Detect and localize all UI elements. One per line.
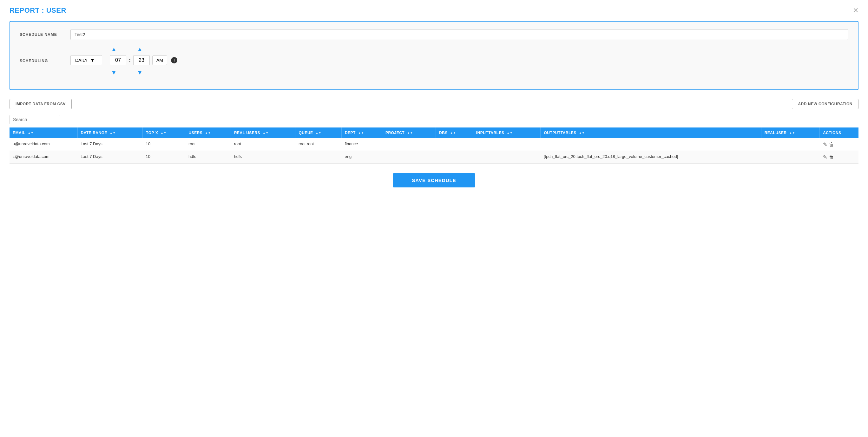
col-inputtables[interactable]: INPUTTABLES ▲▼ [473, 127, 540, 138]
close-button[interactable]: ✕ [853, 7, 859, 14]
table-cell: 10 [143, 138, 185, 151]
ampm-label: AM [156, 58, 163, 63]
table-cell [382, 138, 436, 151]
table-actions-cell: ✎ 🗑 [820, 138, 859, 151]
info-icon[interactable]: i [171, 57, 177, 63]
hour-input[interactable] [110, 55, 126, 65]
table-row: z@unraveldata.comLast 7 Days10hdfshdfsen… [9, 151, 859, 164]
time-colon: : [129, 57, 131, 64]
dropdown-arrow-icon: ▼ [90, 58, 95, 63]
col-top-x[interactable]: TOP X ▲▼ [143, 127, 185, 138]
col-outputtables[interactable]: OUTPUTTABLES ▲▼ [540, 127, 761, 138]
scheduling-row: SCHEDULING ▲ ▲ DAILY ▼ : [20, 46, 848, 76]
frequency-dropdown[interactable]: DAILY ▼ [70, 55, 102, 65]
sort-icon-users: ▲▼ [205, 132, 211, 134]
time-up-arrows: ▲ ▲ [108, 46, 145, 53]
table-cell: 10 [143, 151, 185, 164]
time-down-arrows: ▼ ▼ [108, 69, 145, 76]
minute-input[interactable] [133, 55, 150, 65]
schedule-box: SCHEDULE NAME SCHEDULING ▲ ▲ DAILY ▼ [9, 21, 859, 90]
table-cell [473, 151, 540, 164]
modal-header: REPORT : USER ✕ [9, 6, 859, 14]
table-cell: hdfs [185, 151, 230, 164]
sort-icon-email: ▲▼ [28, 132, 34, 134]
col-real-users[interactable]: REAL USERS ▲▼ [230, 127, 295, 138]
sort-icon-realusers: ▲▼ [263, 132, 269, 134]
table-cell: root [185, 138, 230, 151]
delete-button[interactable]: 🗑 [829, 142, 834, 148]
sort-icon-project: ▲▼ [407, 132, 413, 134]
table-cell [761, 138, 819, 151]
config-table: EMAIL ▲▼ DATE RANGE ▲▼ TOP X ▲▼ USERS ▲▼… [9, 127, 859, 164]
table-header-row: EMAIL ▲▼ DATE RANGE ▲▼ TOP X ▲▼ USERS ▲▼… [9, 127, 859, 138]
scheduling-block: ▲ ▲ DAILY ▼ : AM [70, 46, 177, 76]
save-schedule-button[interactable]: SAVE SCHEDULE [393, 173, 475, 187]
scheduling-label: SCHEDULING [20, 59, 70, 63]
ampm-button[interactable]: AM [152, 56, 167, 65]
col-dept[interactable]: DEPT ▲▼ [341, 127, 382, 138]
sort-icon-inputtables: ▲▼ [507, 132, 513, 134]
col-project[interactable]: PROJECT ▲▼ [382, 127, 436, 138]
table-cell: u@unraveldata.com [9, 138, 78, 151]
col-dbs[interactable]: DBS ▲▼ [436, 127, 473, 138]
table-cell: finance [341, 138, 382, 151]
table-cell: root [230, 138, 295, 151]
col-email[interactable]: EMAIL ▲▼ [9, 127, 78, 138]
table-cell: [tpch_flat_orc_20.tpch_flat_orc_20.q18_l… [540, 151, 761, 164]
action-bar: IMPORT DATA FROM CSV ADD NEW CONFIGURATI… [9, 99, 859, 109]
hour-down-button[interactable]: ▼ [108, 69, 119, 76]
sort-icon-outputtables: ▲▼ [579, 132, 585, 134]
sort-icon-dept: ▲▼ [358, 132, 364, 134]
frequency-label: DAILY [75, 58, 88, 63]
sort-icon-dbs: ▲▼ [450, 132, 456, 134]
time-display-row: DAILY ▼ : AM i [70, 55, 177, 65]
table-cell: z@unraveldata.com [9, 151, 78, 164]
page-title: REPORT : USER [9, 6, 66, 14]
hour-up-button[interactable]: ▲ [108, 46, 119, 53]
table-cell [761, 151, 819, 164]
schedule-name-label: SCHEDULE NAME [20, 32, 70, 37]
table-cell: root.root [296, 138, 342, 151]
search-input[interactable] [9, 115, 60, 124]
sort-icon-queue: ▲▼ [315, 132, 321, 134]
col-actions: ACTIONS [820, 127, 859, 138]
minute-down-button[interactable]: ▼ [134, 69, 145, 76]
table-cell: hdfs [230, 151, 295, 164]
minute-up-button[interactable]: ▲ [134, 46, 145, 53]
add-config-button[interactable]: ADD NEW CONFIGURATION [792, 99, 859, 109]
col-realuser[interactable]: REALUSER ▲▼ [761, 127, 819, 138]
table-cell [540, 138, 761, 151]
sort-icon-realuser: ▲▼ [789, 132, 795, 134]
table-cell: Last 7 Days [78, 151, 143, 164]
table-cell [296, 151, 342, 164]
col-queue[interactable]: QUEUE ▲▼ [296, 127, 342, 138]
schedule-name-row: SCHEDULE NAME [20, 29, 848, 40]
table-cell: eng [341, 151, 382, 164]
schedule-name-input[interactable] [70, 29, 848, 40]
table-cell [473, 138, 540, 151]
table-cell [436, 151, 473, 164]
import-csv-button[interactable]: IMPORT DATA FROM CSV [9, 99, 72, 109]
sort-icon-date: ▲▼ [110, 132, 116, 134]
col-date-range[interactable]: DATE RANGE ▲▼ [78, 127, 143, 138]
edit-button[interactable]: ✎ [823, 142, 827, 148]
table-actions-cell: ✎ 🗑 [820, 151, 859, 164]
table-cell [382, 151, 436, 164]
delete-button[interactable]: 🗑 [829, 154, 834, 160]
table-cell: Last 7 Days [78, 138, 143, 151]
modal-container: REPORT : USER ✕ SCHEDULE NAME SCHEDULING… [0, 0, 868, 437]
table-row: u@unraveldata.comLast 7 Days10rootrootro… [9, 138, 859, 151]
edit-button[interactable]: ✎ [823, 154, 827, 160]
sort-icon-topx: ▲▼ [160, 132, 166, 134]
table-cell [436, 138, 473, 151]
col-users[interactable]: USERS ▲▼ [185, 127, 230, 138]
